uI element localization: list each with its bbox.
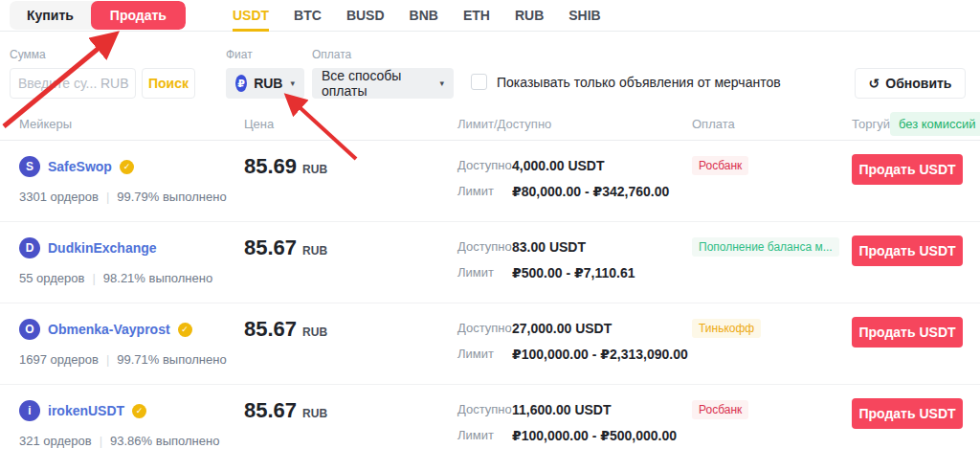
maker-orders: 321 ордеров	[19, 434, 92, 448]
maker-name-link[interactable]: DudkinExchange	[48, 240, 157, 256]
payment-method-badge: Росбанк	[692, 156, 748, 175]
limit-label: Лимит	[457, 428, 512, 443]
trade-cell: Продать USDT	[852, 303, 980, 348]
payment-method-badge: Тинькофф	[692, 319, 761, 338]
tab-btc[interactable]: BTC	[281, 0, 334, 32]
refresh-button[interactable]: ↺ Обновить	[855, 68, 966, 99]
merchants-only-checkbox-row[interactable]: Показывать только объявления от мерчанто…	[471, 74, 781, 90]
sell-usdt-button[interactable]: Продать USDT	[852, 398, 963, 429]
refresh-label: Обновить	[885, 76, 951, 91]
merchants-only-checkbox[interactable]	[471, 74, 487, 90]
price-cell: 85.67 RUB	[244, 222, 457, 260]
price-cell: 85.67 RUB	[244, 385, 457, 423]
offer-row: S SafeSwop ✓ 3301 ордеров | 99.79% выпол…	[0, 141, 980, 222]
amount-label: Сумма	[10, 48, 46, 61]
offer-row: O Obmenka-Vayprost ✓ 1697 ордеров | 99.7…	[0, 303, 980, 385]
maker-stats: 1697 ордеров | 99.71% выполнено	[19, 352, 244, 367]
trade-cell: Продать USDT	[852, 222, 980, 266]
price-value: 85.67	[244, 317, 297, 342]
payment-cell: Тинькофф	[692, 303, 852, 342]
verified-badge-icon: ✓	[132, 404, 146, 418]
stats-separator: |	[100, 434, 102, 448]
chevron-down-icon: ▾	[282, 78, 295, 88]
offer-row: i irokenUSDT ✓ 321 ордеров | 93.86% выпо…	[0, 385, 980, 466]
tab-rub[interactable]: RUB	[502, 0, 556, 32]
maker-completion: 99.71% выполнено	[117, 352, 226, 367]
header-trade-label: Торгуй	[852, 117, 890, 131]
top-navigation: Купить Продать USDTBTCBUSDBNBETHRUBSHIB	[0, 0, 980, 32]
payment-method-dropdown[interactable]: Все способы оплаты ▾	[312, 68, 454, 99]
trade-cell: Продать USDT	[852, 385, 980, 429]
limit-available-cell: Доступно 83.00 USDT Лимит ₽500.00 - ₽7,1…	[457, 222, 692, 291]
maker-cell: D DudkinExchange ✓ 55 ордеров | 98.21% в…	[19, 222, 244, 285]
fiat-value: RUB	[254, 76, 282, 91]
maker-name-link[interactable]: SafeSwop	[48, 159, 112, 174]
available-value: 11,600.00 USDT	[512, 402, 612, 417]
maker-completion: 93.86% выполнено	[110, 434, 219, 448]
maker-orders: 1697 ордеров	[19, 352, 99, 367]
amount-currency-suffix: RUB	[100, 76, 129, 91]
merchants-only-label: Показывать только объявления от мерчанто…	[497, 75, 781, 90]
payment-method-value: Все способы оплаты	[322, 68, 432, 99]
maker-stats: 321 ордеров | 93.86% выполнено	[19, 434, 244, 448]
payment-cell: Росбанк	[692, 385, 852, 423]
maker-avatar: D	[19, 237, 40, 258]
sell-usdt-button[interactable]: Продать USDT	[852, 154, 963, 185]
maker-name-link[interactable]: Obmenka-Vayprost	[48, 322, 170, 337]
maker-cell: i irokenUSDT ✓ 321 ордеров | 93.86% выпо…	[19, 385, 244, 448]
fiat-dropdown[interactable]: ₽ RUB ▾	[226, 68, 304, 99]
payment-method-badge: Пополнение баланса м...	[692, 237, 839, 257]
price-currency: RUB	[302, 325, 327, 339]
maker-orders: 3301 ордеров	[19, 190, 99, 204]
available-value: 27,000.00 USDT	[512, 321, 612, 336]
table-header: Мейкеры Цена Лимит/Доступно Оплата Торгу…	[0, 107, 980, 141]
no-fees-badge: без комиссий	[890, 112, 980, 136]
limit-available-cell: Доступно 27,000.00 USDT Лимит ₽100,000.0…	[457, 303, 692, 372]
tab-usdt[interactable]: USDT	[220, 0, 281, 32]
maker-stats: 3301 ордеров | 99.79% выполнено	[19, 190, 244, 204]
price-value: 85.67	[244, 398, 297, 423]
buy-tab[interactable]: Купить	[10, 1, 91, 30]
sell-tab[interactable]: Продать	[91, 1, 186, 30]
price-cell: 85.69 RUB	[244, 141, 457, 179]
price-currency: RUB	[302, 407, 327, 420]
maker-orders: 55 ордеров	[19, 271, 84, 285]
limit-value: ₽100,000.00 - ₽2,313,090.00	[512, 347, 688, 362]
maker-name-link[interactable]: irokenUSDT	[48, 403, 124, 418]
maker-cell: O Obmenka-Vayprost ✓ 1697 ордеров | 99.7…	[19, 303, 244, 367]
stats-separator: |	[106, 352, 109, 367]
sell-usdt-button[interactable]: Продать USDT	[852, 317, 963, 348]
payment-cell: Пополнение баланса м...	[692, 222, 852, 260]
limit-label: Лимит	[457, 184, 512, 199]
tab-busd[interactable]: BUSD	[334, 0, 397, 32]
amount-input-box: RUB	[10, 68, 136, 99]
stats-separator: |	[92, 271, 95, 285]
tab-shib[interactable]: SHIB	[556, 0, 612, 32]
limit-available-cell: Доступно 4,000.00 USDT Лимит ₽80,000.00 …	[457, 141, 692, 210]
maker-avatar: S	[19, 156, 40, 177]
payment-method-badge: Росбанк	[692, 400, 748, 419]
limit-value: ₽80,000.00 - ₽342,760.00	[512, 184, 669, 199]
header-price: Цена	[244, 117, 457, 131]
maker-cell: S SafeSwop ✓ 3301 ордеров | 99.79% выпол…	[19, 141, 244, 204]
verified-badge-icon: ✓	[178, 323, 192, 337]
available-label: Доступно	[457, 402, 512, 417]
limit-value: ₽500.00 - ₽7,110.61	[512, 265, 635, 280]
price-value: 85.69	[244, 154, 297, 179]
search-button[interactable]: Поиск	[142, 68, 195, 99]
header-makers: Мейкеры	[19, 117, 244, 131]
verified-badge-icon: ✓	[120, 160, 134, 174]
price-currency: RUB	[302, 163, 327, 176]
price-value: 85.67	[244, 236, 297, 260]
available-value: 83.00 USDT	[512, 239, 586, 255]
tab-eth[interactable]: ETH	[451, 0, 502, 32]
sell-usdt-button[interactable]: Продать USDT	[852, 236, 963, 266]
refresh-icon: ↺	[869, 76, 880, 91]
price-currency: RUB	[302, 244, 327, 258]
limit-available-cell: Доступно 11,600.00 USDT Лимит ₽100,000.0…	[457, 385, 692, 454]
amount-input[interactable]	[18, 76, 97, 91]
limit-label: Лимит	[457, 347, 512, 362]
payment-cell: Росбанк	[692, 141, 852, 179]
tab-bnb[interactable]: BNB	[397, 0, 451, 32]
maker-completion: 99.79% выполнено	[117, 190, 226, 204]
